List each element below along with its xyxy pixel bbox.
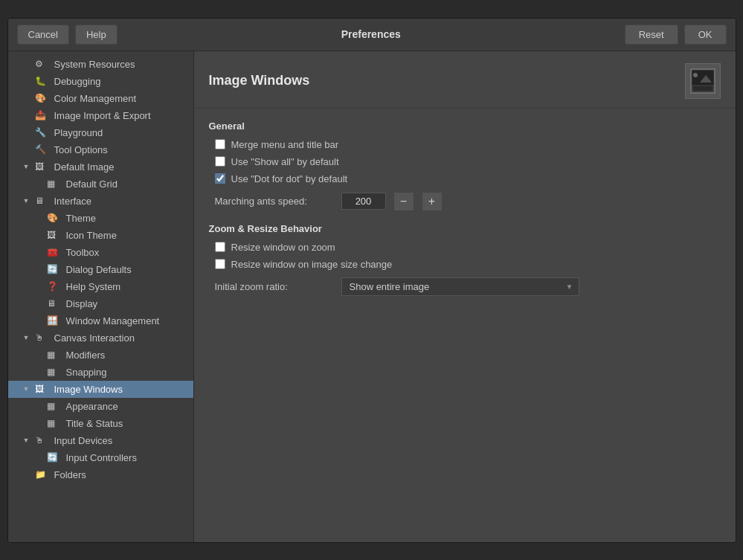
cancel-button[interactable]: Cancel — [17, 25, 69, 45]
sidebar-item-playground[interactable]: 🔧Playground — [8, 124, 193, 141]
sidebar-item-label: Input Controllers — [66, 452, 137, 463]
titlebar: Cancel Help Preferences Reset OK — [8, 19, 736, 51]
initial-zoom-select[interactable]: Show entire image Fit image in window 1:… — [341, 277, 579, 296]
item-icon: 📥 — [35, 110, 48, 120]
marching-ants-label: Marching ants speed: — [215, 196, 334, 207]
item-icon: 🪟 — [47, 315, 60, 326]
sidebar-item-label: Icon Theme — [66, 230, 117, 241]
sidebar-item-label: Color Management — [54, 93, 137, 104]
sidebar-item-icon-theme[interactable]: 🖼Icon Theme — [8, 227, 193, 244]
dot-for-dot-row: Use "Dot for dot" by default — [209, 173, 721, 184]
resize-on-zoom-label: Resize window on zoom — [231, 242, 335, 253]
ok-button[interactable]: OK — [684, 25, 727, 45]
sidebar-item-label: Input Devices — [54, 435, 113, 446]
sidebar-item-label: Display — [66, 298, 98, 309]
item-icon: 📁 — [35, 469, 48, 480]
zoom-section-title: Zoom & Resize Behavior — [209, 223, 721, 234]
sidebar-item-label: Image Windows — [54, 384, 123, 395]
arrow-icon: ▼ — [23, 385, 32, 393]
sidebar-item-color-management[interactable]: 🎨Color Management — [8, 90, 193, 107]
dot-for-dot-label: Use "Dot for dot" by default — [231, 173, 348, 184]
sidebar-item-label: Tool Options — [54, 144, 108, 155]
sidebar-item-system-resources[interactable]: ⚙System Resources — [8, 56, 193, 73]
item-icon: ▦ — [47, 367, 60, 377]
item-icon: 🖼 — [35, 384, 48, 394]
sidebar-item-label: Image Import & Export — [54, 110, 151, 121]
titlebar-right-buttons: Reset OK — [625, 25, 727, 45]
item-icon: ▦ — [47, 178, 60, 189]
sidebar-item-image-import-export[interactable]: 📥Image Import & Export — [8, 107, 193, 124]
dot-for-dot-checkbox[interactable] — [215, 173, 225, 184]
sidebar-item-tool-options[interactable]: 🔨Tool Options — [8, 141, 193, 158]
content-area: ⚙System Resources🐛Debugging🎨Color Manage… — [8, 51, 736, 542]
main-panel: Image Windows General Merge menu a — [194, 51, 736, 542]
item-icon: 🎨 — [47, 213, 60, 223]
sidebar-item-label: Folders — [54, 469, 86, 480]
main-header: Image Windows — [194, 51, 736, 109]
item-icon: 🔨 — [35, 144, 48, 155]
initial-zoom-row: Initial zoom ratio: Show entire image Fi… — [215, 277, 721, 296]
arrow-icon: ▼ — [23, 334, 32, 341]
item-icon: ▦ — [47, 418, 60, 428]
sidebar-item-image-windows[interactable]: ▼🖼Image Windows — [8, 381, 193, 398]
item-icon: 🔄 — [47, 452, 60, 463]
arrow-icon: ▼ — [23, 163, 32, 170]
svg-rect-2 — [692, 86, 713, 91]
show-all-row: Use "Show all" by default — [209, 156, 721, 167]
sidebar-item-label: Playground — [54, 127, 103, 138]
arrow-icon: ▼ — [23, 437, 32, 444]
svg-point-3 — [693, 73, 698, 77]
main-body: General Merge menu and title bar Use "Sh… — [194, 109, 736, 314]
sidebar-item-label: Toolbox — [66, 247, 100, 258]
sidebar-item-interface[interactable]: ▼🖥Interface — [8, 193, 193, 210]
sidebar-item-label: Modifiers — [66, 350, 106, 361]
page-title: Image Windows — [209, 73, 310, 88]
sidebar-item-title-status[interactable]: ▦Title & Status — [8, 415, 193, 432]
sidebar-item-default-grid[interactable]: ▦Default Grid — [8, 176, 193, 193]
sidebar-item-label: Title & Status — [66, 418, 123, 429]
sidebar-item-default-image[interactable]: ▼🖼Default Image — [8, 158, 193, 176]
sidebar-item-input-devices[interactable]: ▼🖱Input Devices — [8, 432, 193, 449]
sidebar-item-debugging[interactable]: 🐛Debugging — [8, 73, 193, 90]
item-icon: 🔄 — [47, 264, 60, 274]
sidebar-item-window-management[interactable]: 🪟Window Management — [8, 312, 193, 329]
show-all-checkbox[interactable] — [215, 156, 225, 167]
preferences-dialog: Cancel Help Preferences Reset OK ⚙System… — [7, 18, 736, 543]
sidebar-item-dialog-defaults[interactable]: 🔄Dialog Defaults — [8, 261, 193, 278]
merge-menu-label: Merge menu and title bar — [231, 139, 339, 150]
sidebar-item-input-controllers[interactable]: 🔄Input Controllers — [8, 449, 193, 466]
sidebar-item-folders[interactable]: 📁Folders — [8, 466, 193, 483]
sidebar-item-display[interactable]: 🖥Display — [8, 295, 193, 312]
item-icon: 🖼 — [35, 161, 48, 172]
initial-zoom-wrapper: Show entire image Fit image in window 1:… — [341, 277, 579, 296]
resize-on-size-row: Resize window on image size change — [209, 259, 721, 270]
resize-on-zoom-checkbox[interactable] — [215, 242, 225, 252]
sidebar-item-theme[interactable]: 🎨Theme — [8, 210, 193, 227]
merge-menu-checkbox[interactable] — [215, 139, 225, 149]
marching-ants-increment[interactable]: + — [422, 192, 443, 211]
merge-menu-row: Merge menu and title bar — [209, 139, 721, 150]
sidebar-item-appearance[interactable]: ▦Appearance — [8, 398, 193, 415]
sidebar-item-toolbox[interactable]: 🧰Toolbox — [8, 244, 193, 261]
sidebar-item-label: System Resources — [54, 59, 135, 70]
item-icon: ⚙ — [35, 59, 48, 69]
resize-on-size-label: Resize window on image size change — [231, 259, 393, 270]
resize-on-size-checkbox[interactable] — [215, 259, 225, 269]
reset-button[interactable]: Reset — [625, 25, 678, 45]
sidebar-item-label: Interface — [54, 196, 92, 207]
help-button[interactable]: Help — [75, 25, 118, 45]
sidebar-item-help-system[interactable]: ❓Help System — [8, 278, 193, 295]
sidebar-item-label: Snapping — [66, 367, 107, 378]
sidebar-item-canvas-interaction[interactable]: ▼🖱Canvas Interaction — [8, 329, 193, 347]
marching-ants-decrement[interactable]: − — [393, 192, 414, 211]
dialog-title: Preferences — [123, 28, 619, 40]
sidebar-item-modifiers[interactable]: ▦Modifiers — [8, 347, 193, 364]
show-all-label: Use "Show all" by default — [231, 156, 339, 167]
sidebar-item-snapping[interactable]: ▦Snapping — [8, 364, 193, 381]
sidebar-item-label: Appearance — [66, 401, 118, 412]
marching-ants-input[interactable] — [341, 193, 386, 210]
sidebar-item-label: Window Management — [66, 315, 160, 326]
item-icon: ❓ — [47, 281, 60, 292]
sidebar-item-label: Help System — [66, 281, 121, 292]
arrow-icon: ▼ — [23, 197, 32, 205]
